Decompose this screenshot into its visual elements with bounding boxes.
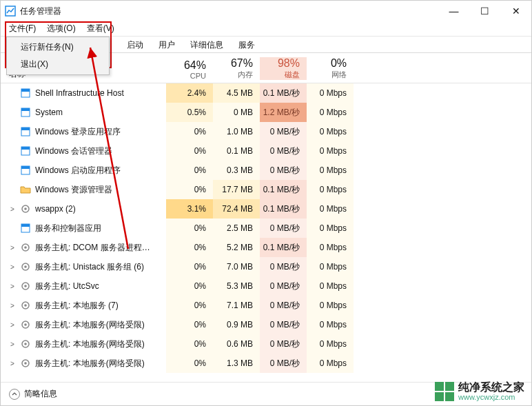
column-memory[interactable]: 67% 内存 xyxy=(213,57,260,80)
process-name: 服务主机: 本地服务(网络受限) xyxy=(35,319,145,331)
cpu-cell: 0% xyxy=(166,276,213,296)
menu-file[interactable]: 文件(F) xyxy=(3,21,41,36)
tab-details[interactable]: 详细信息 xyxy=(183,37,231,53)
expand-toggle[interactable]: > xyxy=(9,205,16,213)
process-row[interactable]: >服务主机: UtcSvc0%5.3 MB0 MB/秒0 Mbps xyxy=(1,276,531,296)
process-name-cell: 服务和控制器应用 xyxy=(1,223,166,234)
process-row[interactable]: 服务和控制器应用0%2.5 MB0 MB/秒0 Mbps xyxy=(1,219,531,238)
memory-cell: 1.3 MB xyxy=(213,354,260,373)
process-icon xyxy=(20,184,31,195)
memory-label: 内存 xyxy=(213,70,253,80)
memory-cell: 7.1 MB xyxy=(213,296,260,315)
cpu-cell: 0% xyxy=(166,238,213,257)
process-row[interactable]: >服务主机: Unistack 服务组 (6)0%7.0 MB0 MB/秒0 M… xyxy=(1,257,531,276)
process-row[interactable]: >wsappx (2)3.1%72.4 MB0.1 MB/秒0 Mbps xyxy=(1,199,531,219)
memory-cell: 0.9 MB xyxy=(213,315,260,334)
tab-users[interactable]: 用户 xyxy=(151,37,183,53)
process-row[interactable]: >服务主机: DCOM 服务器进程…0%5.2 MB0.1 MB/秒0 Mbps xyxy=(1,238,531,257)
menu-run-new-task[interactable]: 运行新任务(N) xyxy=(7,39,109,56)
watermark-brand: 纯净系统之家 xyxy=(458,382,524,393)
expand-toggle[interactable]: > xyxy=(9,321,16,329)
process-name: 服务和控制器应用 xyxy=(35,223,101,234)
svg-point-28 xyxy=(24,362,27,365)
disk-cell: 0 MB/秒 xyxy=(260,122,307,141)
disk-cell: 1.2 MB/秒 xyxy=(260,103,307,122)
tab-startup[interactable]: 启动 xyxy=(119,37,151,53)
network-cell: 0 Mbps xyxy=(307,315,354,334)
process-row[interactable]: >服务主机: 本地服务(网络受限)0%0.6 MB0 MB/秒0 Mbps xyxy=(1,334,531,354)
expand-toggle[interactable]: > xyxy=(9,302,16,309)
cpu-cell: 0% xyxy=(166,122,213,141)
process-row[interactable]: >服务主机: 本地服务(网络受限)0%1.3 MB0 MB/秒0 Mbps xyxy=(1,354,531,373)
menu-options[interactable]: 选项(O) xyxy=(41,21,81,36)
svg-rect-14 xyxy=(21,224,30,227)
memory-cell: 5.2 MB xyxy=(213,238,260,257)
column-network[interactable]: 0% 网络 xyxy=(307,57,354,80)
memory-cell: 0.1 MB xyxy=(213,141,260,161)
network-cell: 0 Mbps xyxy=(307,276,354,296)
window-titlebar: 任务管理器 — ☐ ✕ xyxy=(1,1,531,21)
expand-toggle[interactable]: > xyxy=(9,283,16,290)
column-disk[interactable]: 98% 磁盘 xyxy=(260,57,307,80)
process-icon xyxy=(20,319,31,330)
process-row[interactable]: >服务主机: 本地服务 (7)0%7.1 MB0 MB/秒0 Mbps xyxy=(1,296,531,315)
process-name: System xyxy=(35,108,63,117)
cpu-cell: 0% xyxy=(166,257,213,276)
network-label: 网络 xyxy=(307,70,347,80)
process-row[interactable]: Windows 启动应用程序0%0.3 MB0 MB/秒0 Mbps xyxy=(1,161,531,180)
svg-point-22 xyxy=(24,304,27,307)
cpu-cell: 0.5% xyxy=(166,103,213,122)
cpu-cell: 0% xyxy=(166,219,213,238)
process-name: 服务主机: 本地服务(网络受限) xyxy=(35,338,145,350)
process-icon xyxy=(20,281,31,292)
process-row[interactable]: Shell Infrastructure Host2.4%4.5 MB0.1 M… xyxy=(1,83,531,103)
process-row[interactable]: Windows 会话管理器0%0.1 MB0 MB/秒0 Mbps xyxy=(1,141,531,161)
process-name: Windows 资源管理器 xyxy=(35,184,112,196)
cpu-cell: 0% xyxy=(166,315,213,334)
menu-exit[interactable]: 退出(X) xyxy=(7,56,109,73)
process-name-cell: Windows 资源管理器 xyxy=(1,184,166,196)
tab-services[interactable]: 服务 xyxy=(231,37,263,53)
window-title: 任务管理器 xyxy=(20,6,61,17)
cpu-cell: 0% xyxy=(166,161,213,180)
expand-toggle[interactable]: > xyxy=(9,244,16,252)
process-icon xyxy=(20,88,31,99)
expand-toggle[interactable]: > xyxy=(9,360,16,367)
process-icon xyxy=(20,223,31,234)
process-name: wsappx (2) xyxy=(35,204,76,214)
expand-toggle[interactable]: > xyxy=(9,263,16,271)
watermark-logo-icon xyxy=(435,382,454,401)
memory-cell: 17.7 MB xyxy=(213,180,260,199)
process-row[interactable]: System0.5%0 MB1.2 MB/秒0 Mbps xyxy=(1,103,531,122)
disk-cell: 0 MB/秒 xyxy=(260,219,307,238)
fewer-details-link[interactable]: 简略信息 xyxy=(24,388,57,400)
minimize-button[interactable]: — xyxy=(438,1,469,21)
cpu-cell: 0% xyxy=(166,334,213,354)
process-row[interactable]: Windows 登录应用程序0%1.0 MB0 MB/秒0 Mbps xyxy=(1,122,531,141)
memory-cell: 2.5 MB xyxy=(213,219,260,238)
menu-view[interactable]: 查看(V) xyxy=(81,21,120,36)
process-icon xyxy=(20,261,31,272)
process-row[interactable]: Windows 资源管理器0%17.7 MB0.1 MB/秒0 Mbps xyxy=(1,180,531,199)
chevron-up-icon[interactable] xyxy=(9,389,20,400)
memory-cell: 5.3 MB xyxy=(213,276,260,296)
cpu-cell: 3.1% xyxy=(166,199,213,219)
maximize-button[interactable]: ☐ xyxy=(469,1,500,21)
process-name: 服务主机: 本地服务 (7) xyxy=(35,300,119,312)
process-name-cell: >服务主机: UtcSvc xyxy=(1,281,166,292)
process-icon xyxy=(20,126,31,137)
process-row[interactable]: >服务主机: 本地服务(网络受限)0%0.9 MB0 MB/秒0 Mbps xyxy=(1,315,531,334)
disk-cell: 0.1 MB/秒 xyxy=(260,83,307,103)
disk-cell: 0 MB/秒 xyxy=(260,296,307,315)
process-icon xyxy=(20,203,31,214)
network-cell: 0 Mbps xyxy=(307,103,354,122)
process-name-cell: Windows 启动应用程序 xyxy=(1,165,166,176)
process-name-cell: Windows 登录应用程序 xyxy=(1,126,166,138)
process-name-cell: >服务主机: 本地服务(网络受限) xyxy=(1,319,166,331)
column-cpu[interactable]: 64% CPU xyxy=(166,59,213,80)
svg-rect-10 xyxy=(21,166,30,169)
expand-toggle[interactable]: > xyxy=(9,341,16,348)
network-cell: 0 Mbps xyxy=(307,141,354,161)
close-button[interactable]: ✕ xyxy=(500,1,531,21)
process-list[interactable]: Shell Infrastructure Host2.4%4.5 MB0.1 M… xyxy=(1,83,531,378)
